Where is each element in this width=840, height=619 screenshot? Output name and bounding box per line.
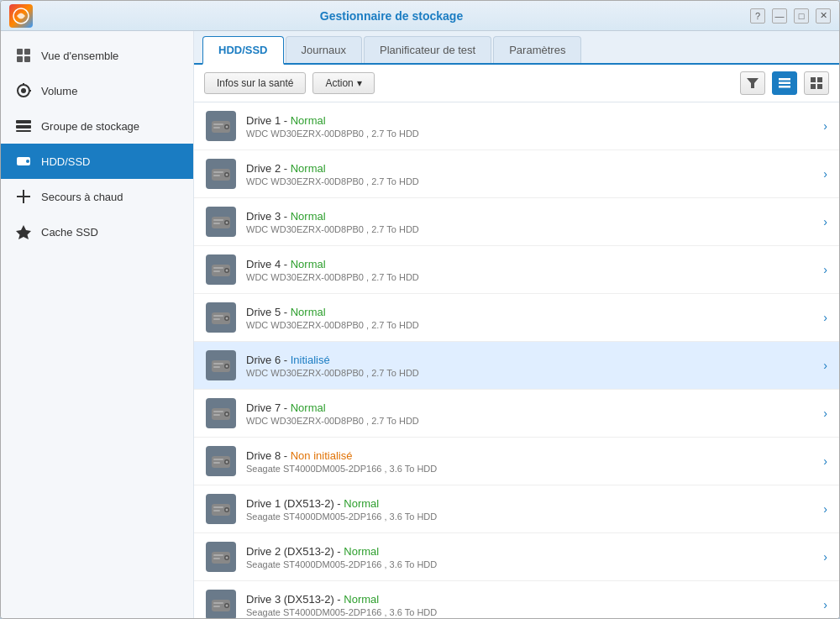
drive-icon-8: [206, 446, 236, 476]
svg-point-54: [226, 365, 228, 368]
tab-bar: HDD/SSD Journaux Planificateur de test P…: [194, 31, 839, 65]
titlebar: Gestionnaire de stockage ? — □ ✕: [1, 1, 839, 31]
svg-rect-22: [779, 86, 790, 88]
svg-rect-23: [811, 77, 816, 82]
filter-button[interactable]: [740, 71, 765, 95]
drive-item-7[interactable]: Drive 7 - Normal WDC WD30EZRX-00D8PB0 , …: [194, 390, 839, 438]
drive-item-5[interactable]: Drive 5 - Normal WDC WD30EZRX-00D8PB0 , …: [194, 294, 839, 342]
sidebar-item-hot-spare[interactable]: Secours à chaud: [1, 179, 193, 214]
tab-journals[interactable]: Journaux: [286, 36, 362, 63]
action-label: Action: [325, 77, 353, 89]
drive-item-3[interactable]: Drive 3 - Normal WDC WD30EZRX-00D8PB0 , …: [194, 198, 839, 246]
hdd-ssd-icon: [14, 152, 33, 170]
drive-chevron-4[interactable]: ›: [823, 263, 827, 276]
drive-item-4[interactable]: Drive 4 - Normal WDC WD30EZRX-00D8PB0 , …: [194, 246, 839, 294]
close-button[interactable]: ✕: [816, 8, 831, 24]
drive-chevron-2[interactable]: ›: [823, 167, 827, 181]
drive-chevron-8[interactable]: ›: [823, 454, 827, 468]
svg-rect-31: [213, 127, 220, 129]
drive-chevron-11[interactable]: ›: [823, 598, 827, 611]
svg-rect-55: [213, 363, 223, 365]
sidebar-item-overview[interactable]: Vue d'ensemble: [1, 38, 193, 73]
ssd-cache-icon: [14, 223, 33, 241]
svg-rect-80: [213, 602, 223, 604]
svg-point-39: [226, 222, 228, 224]
drive-icon-11: [206, 590, 236, 618]
drive-status-2: Normal: [291, 162, 326, 175]
grid-view-button[interactable]: [804, 71, 829, 95]
health-info-button[interactable]: Infos sur la santé: [204, 72, 306, 94]
svg-point-69: [226, 509, 228, 511]
drive-name-1: Drive 1 - Normal: [246, 114, 813, 127]
drive-item-9[interactable]: Drive 1 (DX513-2) - Normal Seagate ST400…: [194, 485, 839, 533]
svg-rect-66: [213, 462, 220, 464]
svg-rect-4: [24, 56, 30, 62]
drive-name-8: Drive 8 - Non initialisé: [246, 449, 813, 462]
svg-rect-26: [817, 84, 822, 89]
drive-chevron-3[interactable]: ›: [823, 215, 827, 228]
svg-rect-76: [213, 558, 220, 559]
sidebar-item-storage-group[interactable]: Groupe de stockage: [1, 108, 193, 144]
drive-sub-7: WDC WD30EZRX-00D8PB0 , 2.7 To HDD: [246, 416, 813, 426]
help-button[interactable]: ?: [750, 8, 765, 24]
drive-item-8[interactable]: Drive 8 - Non initialisé Seagate ST4000D…: [194, 438, 839, 485]
overview-icon: [14, 46, 33, 65]
drive-icon-6: [206, 350, 236, 380]
drive-sub-10: Seagate ST4000DM005-2DP166 , 3.6 To HDD: [246, 559, 813, 569]
svg-rect-1: [17, 49, 23, 55]
sidebar-label-ssd-cache: Cache SSD: [41, 226, 98, 239]
drive-info-4: Drive 4 - Normal WDC WD30EZRX-00D8PB0 , …: [246, 258, 813, 282]
tab-test-scheduler[interactable]: Planificateur de test: [364, 36, 491, 63]
drive-item-11[interactable]: Drive 3 (DX513-2) - Normal Seagate ST400…: [194, 581, 839, 618]
drive-name-5: Drive 5 - Normal: [246, 306, 813, 318]
drive-info-3: Drive 3 - Normal WDC WD30EZRX-00D8PB0 , …: [246, 210, 813, 234]
main-panel: HDD/SSD Journaux Planificateur de test P…: [194, 31, 839, 618]
svg-rect-2: [24, 49, 30, 55]
svg-rect-9: [16, 120, 31, 123]
action-chevron-icon: ▾: [357, 77, 362, 89]
minimize-button[interactable]: —: [772, 8, 787, 24]
sidebar-item-volume[interactable]: Volume: [1, 73, 193, 108]
drive-sub-5: WDC WD30EZRX-00D8PB0 , 2.7 To HDD: [246, 320, 813, 330]
drive-name-10: Drive 2 (DX513-2) - Normal: [246, 545, 813, 558]
svg-marker-19: [747, 78, 759, 88]
svg-rect-71: [213, 510, 220, 511]
tab-hdd-ssd[interactable]: HDD/SSD: [202, 36, 284, 65]
storage-group-icon: [14, 117, 33, 135]
drive-name-3: Drive 3 - Normal: [246, 210, 813, 223]
drive-chevron-9[interactable]: ›: [823, 502, 827, 516]
sidebar-item-ssd-cache[interactable]: Cache SSD: [1, 214, 193, 249]
drive-item-10[interactable]: Drive 2 (DX513-2) - Normal Seagate ST400…: [194, 533, 839, 581]
drive-item-1[interactable]: Drive 1 - Normal WDC WD30EZRX-00D8PB0 , …: [194, 102, 839, 150]
drive-info-11: Drive 3 (DX513-2) - Normal Seagate ST400…: [246, 593, 813, 617]
drive-chevron-5[interactable]: ›: [823, 311, 827, 324]
volume-icon: [14, 81, 33, 100]
drive-sub-11: Seagate ST4000DM005-2DP166 , 3.6 To HDD: [246, 607, 813, 617]
drive-item-2[interactable]: Drive 2 - Normal WDC WD30EZRX-00D8PB0 , …: [194, 150, 839, 198]
window-controls: ? — □ ✕: [750, 8, 831, 24]
action-button[interactable]: Action ▾: [312, 72, 374, 94]
svg-rect-10: [16, 125, 31, 129]
svg-rect-75: [213, 554, 223, 556]
toolbar: Infos sur la santé Action ▾: [194, 65, 839, 102]
drive-status-8: Non initialisé: [291, 449, 353, 462]
svg-point-79: [226, 605, 228, 607]
drive-chevron-1[interactable]: ›: [823, 119, 827, 133]
maximize-button[interactable]: □: [794, 8, 809, 24]
app-logo: [9, 4, 33, 28]
svg-marker-18: [16, 225, 31, 239]
svg-rect-70: [213, 506, 223, 508]
drive-chevron-10[interactable]: ›: [823, 550, 827, 564]
drive-name-11: Drive 3 (DX513-2) - Normal: [246, 593, 813, 606]
drive-chevron-6[interactable]: ›: [823, 359, 827, 372]
drive-chevron-7[interactable]: ›: [823, 407, 827, 420]
tab-settings[interactable]: Paramètres: [493, 36, 581, 63]
drive-item-6[interactable]: Drive 6 - Initialisé WDC WD30EZRX-00D8PB…: [194, 342, 839, 390]
list-view-button[interactable]: [772, 71, 797, 95]
sidebar-label-overview: Vue d'ensemble: [41, 50, 118, 62]
drive-status-10: Normal: [344, 545, 379, 558]
svg-point-44: [226, 270, 228, 272]
svg-rect-36: [213, 175, 220, 176]
drive-list: Drive 1 - Normal WDC WD30EZRX-00D8PB0 , …: [194, 102, 839, 618]
sidebar-item-hdd-ssd[interactable]: HDD/SSD: [1, 144, 193, 179]
